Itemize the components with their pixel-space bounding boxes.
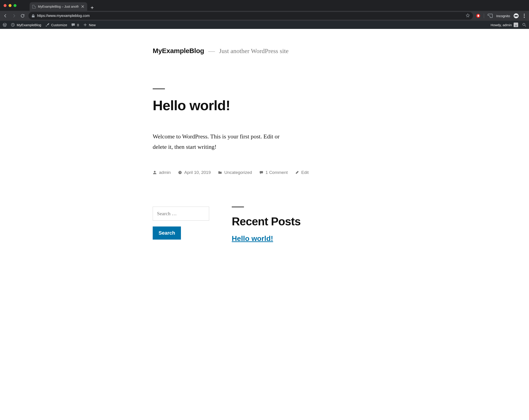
post-author-link[interactable]: admin xyxy=(153,170,171,175)
customize-label: Customize xyxy=(51,23,67,27)
recent-post-link[interactable]: Hello world! xyxy=(232,234,273,243)
search-input[interactable] xyxy=(153,207,209,221)
recent-posts-title: Recent Posts xyxy=(232,215,301,228)
address-bar-url: https://www.myexampleblog.com xyxy=(37,14,463,18)
page-viewport[interactable]: MyExampleBlog Just another WordPress sit… xyxy=(0,29,529,420)
comment-icon xyxy=(71,23,75,27)
dashboard-icon xyxy=(11,23,15,27)
adminbar-site-name: MyExampleBlog xyxy=(17,23,41,27)
avatar-icon xyxy=(514,23,518,27)
extension-icon[interactable] xyxy=(476,14,480,18)
browser-tab-title: MyExampleBlog – Just another xyxy=(38,5,79,8)
wp-admin-bar: MyExampleBlog Customize 0 New Howdy, adm… xyxy=(0,21,529,29)
address-bar[interactable]: https://www.myexampleblog.com xyxy=(28,12,473,20)
cast-icon[interactable] xyxy=(488,14,493,18)
window-close-button[interactable] xyxy=(4,4,7,7)
post-edit-link[interactable]: Edit xyxy=(295,170,309,175)
search-icon xyxy=(522,23,526,27)
comment-count: 0 xyxy=(77,23,79,27)
browser-menu-button[interactable] xyxy=(522,14,526,18)
nav-forward-button[interactable] xyxy=(11,13,17,18)
post-content: Welcome to WordPress. This is your first… xyxy=(153,131,293,152)
reload-button[interactable] xyxy=(20,13,25,18)
entry-rule xyxy=(153,89,165,89)
recent-posts-widget: Recent Posts Hello world! xyxy=(232,207,301,243)
toolbar-separator xyxy=(484,13,484,18)
pencil-icon xyxy=(295,171,299,174)
post-comments: 1 Comment xyxy=(266,170,288,175)
window-controls xyxy=(2,4,18,7)
wordpress-logo-icon xyxy=(3,23,7,27)
comment-icon xyxy=(259,171,263,174)
site-tagline: Just another WordPress site xyxy=(219,47,289,55)
plus-icon xyxy=(83,23,87,27)
widget-rule xyxy=(232,207,244,207)
title-separator xyxy=(208,52,215,52)
post-edit: Edit xyxy=(301,170,309,175)
window-minimize-button[interactable] xyxy=(9,4,12,7)
browser-toolbar: https://www.myexampleblog.com Incognito xyxy=(0,11,529,21)
wp-logo-menu[interactable] xyxy=(3,23,7,27)
folder-icon xyxy=(218,171,222,174)
person-icon xyxy=(153,171,157,174)
howdy-text: Howdy, admin xyxy=(491,23,512,27)
bookmark-star-icon[interactable] xyxy=(466,13,470,18)
post: Hello world! Welcome to WordPress. This … xyxy=(153,89,376,175)
footer-widgets: Search Recent Posts Hello world! xyxy=(153,207,376,243)
clock-icon xyxy=(178,171,182,174)
adminbar-search[interactable] xyxy=(522,23,526,27)
incognito-icon[interactable] xyxy=(514,13,519,18)
site-title[interactable]: MyExampleBlog xyxy=(153,47,204,55)
search-widget: Search xyxy=(153,207,209,240)
post-date: April 10, 2019 xyxy=(184,170,211,175)
nav-back-button[interactable] xyxy=(3,13,8,18)
post-title[interactable]: Hello world! xyxy=(153,97,376,113)
search-button[interactable]: Search xyxy=(153,226,181,240)
post-date-link[interactable]: April 10, 2019 xyxy=(178,170,211,175)
post-meta: admin April 10, 2019 Uncategorized 1 Com… xyxy=(153,170,376,175)
close-tab-button[interactable] xyxy=(81,5,84,8)
window-maximize-button[interactable] xyxy=(13,4,16,7)
post-category-link[interactable]: Uncategorized xyxy=(218,170,252,175)
browser-tab[interactable]: MyExampleBlog – Just another xyxy=(30,2,87,11)
new-tab-button[interactable] xyxy=(89,4,95,11)
site-header: MyExampleBlog Just another WordPress sit… xyxy=(153,47,376,55)
new-label: New xyxy=(89,23,96,27)
comments-link[interactable]: 0 xyxy=(71,23,79,27)
svg-point-1 xyxy=(523,23,525,26)
page-icon xyxy=(32,5,36,8)
new-content-link[interactable]: New xyxy=(83,23,96,27)
site-name-menu[interactable]: MyExampleBlog xyxy=(11,23,41,27)
lock-icon xyxy=(32,14,35,18)
post-author: admin xyxy=(159,170,171,175)
customize-link[interactable]: Customize xyxy=(45,23,67,27)
browser-tabbar: MyExampleBlog – Just another xyxy=(0,0,529,11)
post-category: Uncategorized xyxy=(224,170,252,175)
incognito-label: Incognito xyxy=(496,14,510,18)
post-comments-link[interactable]: 1 Comment xyxy=(259,170,288,175)
brush-icon xyxy=(45,23,49,27)
my-account-menu[interactable]: Howdy, admin xyxy=(491,23,518,27)
